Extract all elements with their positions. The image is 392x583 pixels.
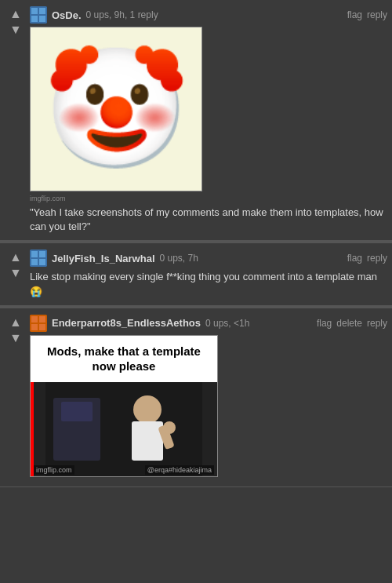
avatar-2 — [30, 250, 47, 267]
downvote-btn-2[interactable]: ▼ — [9, 265, 22, 281]
svg-point-18 — [133, 395, 162, 424]
flag-link-1[interactable]: flag — [347, 9, 362, 20]
mods-photo: imgflip.com @erqa#hideakiajima — [31, 382, 217, 476]
vote-section-3: ▲ ▼ — [5, 315, 27, 480]
reply-link-1[interactable]: reply — [367, 9, 387, 20]
meta-1: 0 ups, 9h, 1 reply — [86, 9, 158, 20]
mods-text: Mods, make that a template now please — [31, 336, 217, 382]
svg-point-21 — [163, 421, 176, 434]
clown-image-1: 🤡 — [30, 27, 202, 191]
user-icon-svg-3 — [30, 315, 47, 332]
comment-2: ▲ ▼ JellyFish_Is_Narwhal 0 ups, 7h flag … — [0, 243, 392, 305]
imgflip-watermark-1: imgflip.com — [30, 195, 387, 202]
downvote-btn-1[interactable]: ▼ — [9, 22, 22, 38]
user-icon-svg-1 — [30, 6, 47, 24]
svg-rect-9 — [39, 259, 45, 265]
svg-rect-4 — [39, 16, 45, 22]
comment-content-1: OsDe. 0 ups, 9h, 1 reply flag reply 🤡 im… — [30, 6, 387, 234]
comment-text-1: "Yeah I take screenshots of my comments … — [30, 206, 387, 234]
comment-header-3: Enderparrot8s_EndlessAethos 0 ups, <1h f… — [30, 315, 387, 332]
vote-section-2: ▲ ▼ — [5, 250, 27, 298]
delete-link-3[interactable]: delete — [336, 318, 362, 329]
svg-rect-12 — [39, 316, 45, 322]
svg-rect-6 — [31, 251, 38, 257]
upvote-btn-1[interactable]: ▲ — [9, 6, 22, 22]
reply-link-3[interactable]: reply — [367, 318, 387, 329]
username-3: Enderparrot8s_EndlessAethos — [52, 317, 201, 329]
avatar-3 — [30, 315, 47, 332]
svg-rect-13 — [31, 324, 38, 330]
comment-content-3: Enderparrot8s_EndlessAethos 0 ups, <1h f… — [30, 315, 387, 480]
imgflip-logo-left: imgflip.com — [34, 465, 74, 475]
flag-link-2[interactable]: flag — [347, 253, 362, 264]
comment-header-1: OsDe. 0 ups, 9h, 1 reply flag reply — [30, 6, 387, 24]
downvote-btn-3[interactable]: ▼ — [9, 330, 22, 346]
svg-rect-19 — [132, 421, 163, 461]
actions-2: flag reply — [347, 253, 387, 264]
mods-image-container: Mods, make that a template now please — [30, 335, 218, 477]
flag-link-3[interactable]: flag — [317, 318, 332, 329]
reply-link-2[interactable]: reply — [367, 253, 387, 264]
person-svg — [45, 382, 202, 476]
comment-3: ▲ ▼ Enderparrot8s_EndlessAethos 0 ups, <… — [0, 308, 392, 487]
username-2: JellyFish_Is_Narwhal — [52, 253, 155, 264]
comment-1: ▲ ▼ OsDe. 0 ups, 9h, 1 reply flag reply … — [0, 0, 392, 241]
comment-header-2: JellyFish_Is_Narwhal 0 ups, 7h flag repl… — [30, 250, 387, 267]
actions-3: flag delete reply — [317, 318, 387, 329]
vote-section-1: ▲ ▼ — [5, 6, 27, 234]
avatar-1 — [30, 6, 47, 24]
username-1: OsDe. — [52, 9, 82, 21]
svg-rect-14 — [39, 324, 45, 330]
svg-rect-3 — [31, 16, 38, 22]
meta-2: 0 ups, 7h — [160, 253, 198, 264]
svg-rect-2 — [39, 8, 45, 14]
upvote-btn-3[interactable]: ▲ — [9, 315, 22, 330]
actions-1: flag reply — [347, 9, 387, 20]
comment-text-2: Like stop making every single f**king th… — [30, 270, 387, 298]
red-bar — [31, 382, 34, 476]
user-icon-svg-2 — [30, 250, 47, 267]
meta-3: 0 ups, <1h — [205, 318, 249, 329]
imgflip-logo-right: @erqa#hideakiajima — [145, 465, 214, 475]
svg-rect-8 — [31, 259, 38, 265]
svg-rect-7 — [39, 251, 45, 257]
svg-rect-17 — [61, 402, 93, 421]
svg-rect-1 — [31, 8, 38, 14]
svg-rect-11 — [31, 316, 38, 322]
comment-content-2: JellyFish_Is_Narwhal 0 ups, 7h flag repl… — [30, 250, 387, 298]
upvote-btn-2[interactable]: ▲ — [9, 250, 22, 265]
